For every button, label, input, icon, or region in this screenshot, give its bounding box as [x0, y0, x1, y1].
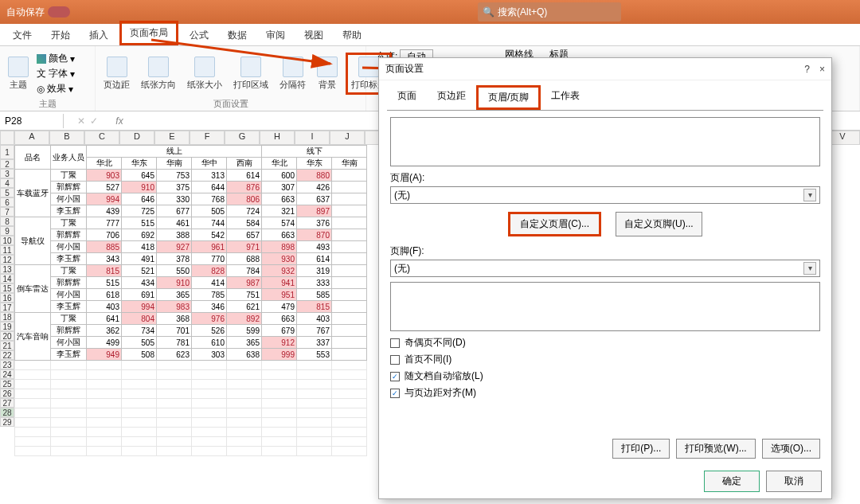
printarea-icon — [240, 57, 261, 77]
tab-data[interactable]: 数据 — [220, 25, 255, 45]
footer-label: 页脚(F): — [390, 244, 820, 258]
options-button[interactable]: 选项(O)... — [762, 439, 820, 459]
search-placeholder: 搜索(Alt+Q) — [498, 6, 547, 19]
footer-select[interactable]: (无)▾ — [390, 260, 820, 277]
header-label: 页眉(A): — [390, 171, 820, 185]
theme-group-label: 主题 — [5, 98, 90, 109]
fonts-icon: 文 — [37, 67, 46, 80]
tab-view[interactable]: 视图 — [296, 25, 331, 45]
dialog-tab-margin[interactable]: 页边距 — [427, 85, 476, 110]
dialog-close-icon[interactable]: × — [819, 64, 825, 75]
col-E[interactable]: E — [154, 131, 190, 145]
checkbox-icon: ✓ — [390, 372, 400, 381]
tab-formula[interactable]: 公式 — [182, 25, 217, 45]
ribbon-page-group: 页边距 纸张方向 纸张大小 打印区域 分隔符 背景 打印标题 页面设置 — [96, 46, 366, 111]
autosave-label: 自动保存 — [6, 6, 45, 19]
col-D[interactable]: D — [119, 131, 154, 145]
custom-footer-button[interactable]: 自定义页脚(U)... — [616, 212, 702, 236]
titles-icon — [358, 57, 379, 77]
tab-help[interactable]: 帮助 — [334, 25, 369, 45]
print-area-button[interactable]: 打印区域 — [230, 55, 272, 92]
dialog-help-icon[interactable]: ? — [804, 64, 810, 75]
tab-file[interactable]: 文件 — [5, 25, 40, 45]
dialog-titlebar: 页面设置 ? × — [379, 58, 831, 80]
col-G[interactable]: G — [225, 131, 260, 145]
dialog-title: 页面设置 — [385, 62, 424, 76]
theme-icon — [8, 57, 29, 77]
header-preview — [390, 117, 820, 166]
check-scale[interactable]: ✓随文档自动缩放(L) — [390, 369, 820, 383]
search-icon: 🔍 — [483, 6, 494, 18]
footer-value: (无) — [394, 262, 410, 275]
orientation-icon — [148, 57, 169, 77]
chevron-down-icon: ▾ — [803, 189, 816, 201]
print-preview-button[interactable]: 打印预览(W)... — [676, 439, 755, 459]
theme-effects[interactable]: ◎效果 ▾ — [37, 82, 75, 96]
dialog-tabs: 页面 页边距 页眉/页脚 工作表 — [379, 80, 831, 110]
select-all-corner[interactable] — [0, 131, 14, 145]
search-box[interactable]: 🔍 搜索(Alt+Q) — [478, 2, 621, 21]
page-setup-dialog: 页面设置 ? × 页面 页边距 页眉/页脚 工作表 页眉(A): (无)▾ 自定… — [378, 57, 832, 499]
col-J[interactable]: J — [330, 131, 365, 145]
theme-colors[interactable]: 颜色 ▾ — [37, 52, 75, 65]
ok-button[interactable]: 确定 — [704, 471, 760, 492]
cancel-button[interactable]: 取消 — [766, 471, 822, 492]
orientation-button[interactable]: 纸张方向 — [138, 55, 179, 92]
tab-page-layout[interactable]: 页面布局 — [119, 21, 178, 45]
effects-icon: ◎ — [37, 84, 45, 95]
enter-fx-icon[interactable]: ✓ — [90, 115, 98, 127]
tab-home[interactable]: 开始 — [43, 25, 78, 45]
arrange-icon-5[interactable] — [835, 46, 852, 64]
col-F[interactable]: F — [190, 131, 225, 145]
theme-fonts[interactable]: 文字体 ▾ — [37, 67, 75, 80]
col-A[interactable]: A — [14, 131, 49, 145]
chevron-down-icon: ▾ — [803, 262, 816, 275]
margin-button[interactable]: 页边距 — [100, 55, 133, 92]
tab-review[interactable]: 审阅 — [258, 25, 293, 45]
dialog-tab-header-footer[interactable]: 页眉/页脚 — [476, 85, 541, 110]
col-I[interactable]: I — [295, 131, 330, 145]
margin-icon — [107, 57, 127, 77]
check-align[interactable]: ✓与页边距对齐(M) — [390, 386, 820, 400]
ribbon-tabs: 文件 开始 插入 页面布局 公式 数据 审阅 视图 帮助 — [0, 24, 860, 46]
data-table[interactable]: 品名业务人员线上线下华北华东华南华中西南华北华东华南车载蓝牙丁聚90364575… — [14, 145, 367, 456]
checkbox-icon — [390, 338, 400, 348]
fx-icon[interactable]: fx — [111, 115, 127, 127]
page-group-label: 页面设置 — [100, 98, 361, 109]
break-button[interactable]: 分隔符 — [276, 55, 309, 92]
break-icon — [283, 57, 303, 77]
col-H[interactable]: H — [260, 131, 295, 145]
size-icon — [194, 57, 215, 77]
dialog-tab-page[interactable]: 页面 — [387, 85, 427, 110]
footer-preview — [390, 282, 820, 331]
header-select[interactable]: (无)▾ — [390, 186, 820, 204]
autosave-toggle[interactable] — [48, 6, 70, 18]
print-button[interactable]: 打印(P)... — [612, 439, 670, 459]
ribbon-theme-group: 主题 颜色 ▾ 文字体 ▾ ◎效果 ▾ 主题 — [0, 46, 96, 111]
name-box[interactable]: P28 — [0, 114, 64, 128]
row-headers[interactable]: 1234567891011121314151617181920212223242… — [0, 145, 14, 456]
colors-icon — [37, 54, 46, 64]
tab-insert[interactable]: 插入 — [81, 25, 116, 45]
theme-button[interactable]: 主题 — [5, 55, 32, 92]
dialog-tab-sheet[interactable]: 工作表 — [541, 85, 590, 110]
check-oddeven[interactable]: 奇偶页不同(D) — [390, 336, 820, 350]
checkbox-icon: ✓ — [390, 389, 400, 398]
background-button[interactable]: 背景 — [314, 55, 341, 92]
check-firstpage[interactable]: 首页不同(I) — [390, 353, 820, 366]
cancel-fx-icon[interactable]: ✕ — [77, 115, 85, 127]
col-B[interactable]: B — [49, 131, 84, 145]
bg-icon — [317, 57, 338, 77]
header-value: (无) — [394, 189, 410, 202]
size-button[interactable]: 纸张大小 — [184, 55, 225, 92]
custom-header-button[interactable]: 自定义页眉(C)... — [508, 212, 601, 236]
col-C[interactable]: C — [84, 131, 119, 145]
checkbox-icon — [390, 355, 400, 365]
